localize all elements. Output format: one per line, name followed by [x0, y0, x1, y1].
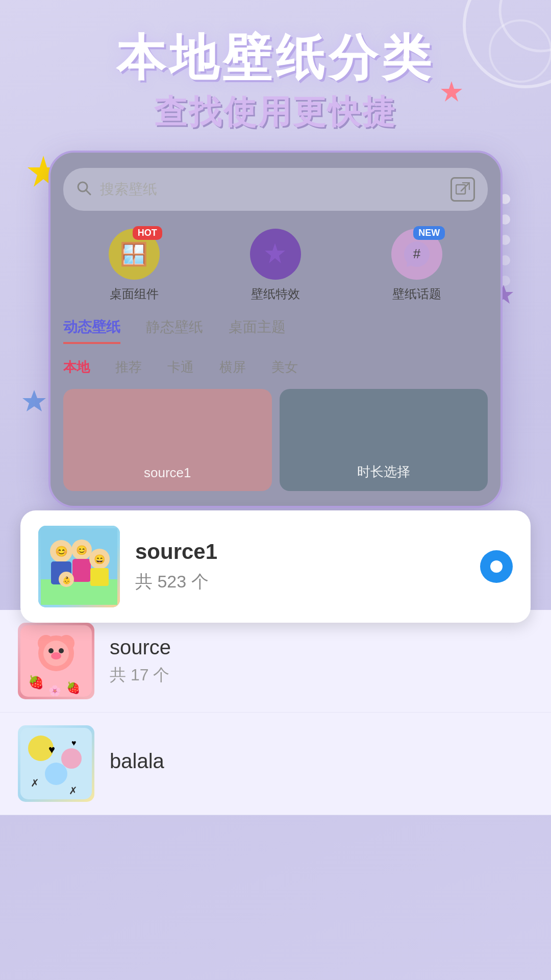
category-row: 🪟 HOT 桌面组件 壁纸特效	[63, 229, 488, 302]
svg-point-36	[48, 648, 54, 653]
card-label-duration: 时长选择	[357, 463, 410, 481]
list-thumbnail-source: 🍓 🍓 🌸	[18, 623, 94, 699]
list-item-balala[interactable]: ✗ ✗ ♥ ♥ balala	[0, 713, 551, 815]
category-item-wallpaper-fx[interactable]: 壁纸特效	[250, 229, 301, 302]
subtab-recommend[interactable]: 推荐	[115, 358, 142, 376]
list-thumbnail-balala: ✗ ✗ ♥ ♥	[18, 725, 94, 802]
source1-info: source1 共 523 个	[135, 540, 465, 594]
phone-mockup: 搜索壁纸 🪟 HOT 桌面组件	[48, 151, 503, 508]
svg-text:😊: 😊	[55, 545, 68, 557]
category-item-wallpaper-topic[interactable]: # NEW 壁纸话题	[391, 229, 442, 302]
sub-tabs: 本地 推荐 卡通 横屏 美女	[63, 358, 488, 376]
search-placeholder: 搜索壁纸	[100, 180, 450, 199]
search-icon	[76, 180, 92, 199]
external-link-icon[interactable]	[450, 177, 475, 202]
tab-dynamic-wallpaper[interactable]: 动态壁纸	[63, 317, 120, 344]
svg-text:🍓: 🍓	[28, 674, 44, 690]
tab-desktop-theme[interactable]: 桌面主题	[229, 317, 286, 344]
card-label-source1: source1	[144, 465, 191, 481]
svg-point-37	[59, 648, 64, 653]
svg-rect-24	[72, 559, 91, 582]
subtab-beauty[interactable]: 美女	[271, 358, 298, 376]
main-tabs: 动态壁纸 静态壁纸 桌面主题	[63, 317, 488, 348]
main-title: 本地壁纸分类	[0, 31, 551, 85]
svg-point-44	[61, 748, 82, 769]
svg-text:♥: ♥	[71, 739, 77, 747]
sub-title: 查找使用更快捷	[0, 90, 551, 134]
wallpaper-grid: source1 时长选择	[63, 389, 488, 491]
source1-name: source1	[135, 540, 465, 564]
tab-static-wallpaper[interactable]: 静态壁纸	[146, 317, 203, 344]
list-item-source[interactable]: 🍓 🍓 🌸 source 共 17 个	[0, 610, 551, 713]
wallpaper-card-duration[interactable]: 时长选择	[280, 389, 488, 491]
source1-thumbnail: 😊 😊 😄 👶	[38, 526, 120, 607]
svg-text:👶: 👶	[62, 576, 71, 585]
list-count-source: 共 17 个	[110, 664, 533, 687]
svg-text:🌸: 🌸	[48, 684, 61, 697]
svg-text:✗: ✗	[31, 777, 39, 789]
category-label-wallpaper-fx: 壁纸特效	[251, 286, 300, 302]
hot-badge: HOT	[133, 226, 162, 240]
subtab-landscape[interactable]: 横屏	[219, 358, 246, 376]
svg-point-38	[51, 652, 61, 659]
svg-line-13	[86, 190, 90, 194]
category-label-wallpaper-topic: 壁纸话题	[392, 286, 441, 302]
svg-point-45	[45, 763, 67, 785]
category-item-desktop[interactable]: 🪟 HOT 桌面组件	[109, 229, 160, 302]
list-name-balala: balala	[110, 750, 533, 773]
svg-text:♥: ♥	[48, 743, 55, 756]
source1-count: 共 523 个	[135, 570, 465, 594]
svg-text:#: #	[413, 246, 421, 261]
search-bar[interactable]: 搜索壁纸	[63, 168, 488, 211]
subtab-cartoon[interactable]: 卡通	[167, 358, 194, 376]
wallpaper-card-source1[interactable]: source1	[63, 389, 272, 491]
radio-inner	[490, 560, 503, 573]
list-section: 🍓 🍓 🌸 source 共 17 个 ✗	[0, 610, 551, 815]
new-badge-icon: NEW	[413, 226, 445, 240]
header-section: 本地壁纸分类 查找使用更快捷	[0, 31, 551, 134]
list-info-source: source 共 17 个	[110, 636, 533, 687]
source1-selected-card[interactable]: 😊 😊 😄 👶 source1 共 523 个	[20, 510, 531, 623]
svg-rect-14	[456, 185, 465, 194]
list-name-source: source	[110, 636, 533, 659]
svg-marker-6	[22, 390, 46, 411]
source1-radio-button[interactable]	[480, 550, 513, 583]
svg-text:🍓: 🍓	[66, 681, 81, 695]
svg-text:✗: ✗	[69, 785, 78, 796]
category-label-desktop: 桌面组件	[110, 286, 159, 302]
star-blue-decoration	[20, 388, 48, 416]
svg-text:😄: 😄	[94, 554, 106, 565]
svg-rect-27	[90, 568, 109, 586]
list-info-balala: balala	[110, 750, 533, 778]
subtab-local[interactable]: 本地	[63, 358, 90, 376]
svg-text:😊: 😊	[76, 545, 88, 556]
